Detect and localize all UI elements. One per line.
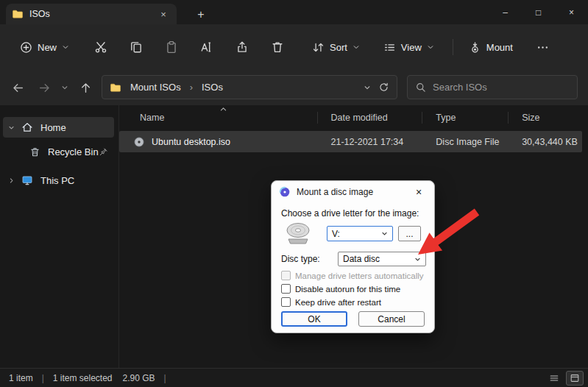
column-header-size[interactable]: Size	[509, 112, 582, 124]
sidebar-item-label: Recycle Bin	[48, 146, 99, 157]
forward-button[interactable]	[32, 76, 56, 99]
folder-icon	[110, 82, 121, 93]
refresh-icon	[378, 82, 389, 93]
sidebar-item-recycle-bin[interactable]: Recycle Bin	[3, 141, 114, 162]
drive-letter-label: Choose a drive letter for the image:	[281, 208, 419, 219]
search-input[interactable]	[433, 82, 570, 93]
checkbox-box[interactable]	[281, 284, 291, 294]
file-type: Disc Image File	[422, 137, 509, 147]
more-options-button[interactable]	[530, 34, 556, 60]
rename-button[interactable]	[194, 34, 220, 60]
breadcrumb-isos[interactable]: ISOs	[199, 80, 226, 94]
column-headers: Name Date modified Type Size	[119, 108, 582, 127]
selection-count: 1 item selected	[53, 373, 113, 383]
tab-close-button[interactable]: ×	[156, 7, 171, 21]
trash-icon	[271, 40, 284, 54]
chevron-down-icon[interactable]	[3, 124, 19, 131]
list-view-toggle[interactable]	[545, 371, 563, 386]
mount-icon	[469, 41, 481, 54]
paste-icon	[165, 40, 178, 54]
file-date-modified: 21-12-2021 17:34	[318, 137, 423, 147]
disc-type-combobox[interactable]: Data disc	[338, 252, 426, 266]
disc-type-value: Data disc	[343, 254, 380, 264]
new-button-label: New	[38, 42, 57, 53]
share-button[interactable]	[229, 34, 255, 60]
address-dropdown-button[interactable]	[364, 84, 371, 91]
column-header-type[interactable]: Type	[422, 112, 509, 124]
breadcrumb-separator: ›	[190, 82, 193, 93]
browse-button[interactable]: ...	[398, 226, 421, 241]
checkbox-label: Manage drive letters automatically	[295, 271, 424, 280]
disc-drive-icon	[283, 221, 313, 246]
file-name: Ubuntu desktop.iso	[152, 137, 230, 147]
mount-button[interactable]: Mount	[461, 34, 521, 60]
arrow-right-icon	[38, 82, 51, 94]
maximize-button[interactable]: □	[522, 0, 555, 24]
view-button[interactable]: View	[375, 34, 442, 60]
cut-button[interactable]	[88, 34, 114, 60]
breadcrumb-mount-isos[interactable]: Mount ISOs	[127, 80, 184, 94]
plus-circle-icon	[20, 41, 32, 54]
details-view-toggle[interactable]	[566, 371, 584, 386]
up-button[interactable]	[74, 76, 97, 99]
titlebar: ISOs × + – □ ×	[0, 0, 588, 24]
checkbox-manage-drive-letters: Manage drive letters automatically	[281, 271, 424, 280]
checkbox-disable-autorun[interactable]: Disable autorun for this time	[281, 284, 400, 294]
tab-title: ISOs	[29, 9, 150, 19]
chevron-right-icon[interactable]	[3, 177, 19, 184]
sort-button[interactable]: Sort	[304, 34, 368, 60]
refresh-button[interactable]	[378, 82, 389, 93]
mount-disc-image-dialog: Mount a disc image × Choose a drive lett…	[271, 180, 435, 333]
dialog-close-button[interactable]: ×	[411, 184, 427, 200]
monitor-icon	[19, 174, 35, 186]
disc-type-label: Disc type:	[281, 254, 320, 264]
sort-icon	[312, 41, 325, 54]
ok-button[interactable]: OK	[281, 311, 347, 327]
status-divider: |	[164, 373, 166, 383]
back-button[interactable]	[6, 76, 29, 99]
sidebar: Home Recycle Bin This PC	[0, 105, 119, 368]
paste-button[interactable]	[158, 34, 185, 60]
chevron-down-icon	[353, 43, 360, 51]
delete-button[interactable]	[264, 34, 291, 60]
close-button[interactable]: ×	[555, 0, 588, 24]
address-bar[interactable]: Mount ISOs › ISOs	[102, 75, 397, 99]
tab-isos[interactable]: ISOs ×	[6, 4, 177, 24]
disc-image-icon	[133, 136, 145, 148]
minimize-button[interactable]: –	[489, 0, 522, 24]
sidebar-item-this-pc[interactable]: This PC	[3, 170, 114, 191]
copy-button[interactable]	[123, 34, 149, 60]
chevron-down-icon	[414, 256, 421, 263]
arrow-up-icon	[79, 82, 92, 94]
sort-button-label: Sort	[330, 42, 347, 53]
item-count: 1 item	[9, 373, 33, 383]
home-icon	[19, 121, 35, 133]
new-tab-button[interactable]: +	[192, 6, 210, 24]
checkbox-box[interactable]	[281, 297, 291, 307]
chevron-down-icon	[62, 43, 69, 51]
address-row: Mount ISOs › ISOs	[0, 70, 588, 105]
mount-dialog-icon	[279, 186, 291, 198]
chevron-down-icon	[427, 43, 434, 51]
checkbox-box	[281, 271, 291, 280]
checkbox-keep-drive[interactable]: Keep drive after restart	[281, 297, 381, 307]
search-icon	[415, 82, 426, 93]
search-box[interactable]	[407, 75, 578, 99]
cancel-button[interactable]: Cancel	[358, 311, 425, 327]
drive-letter-combobox[interactable]: V:	[327, 226, 393, 241]
history-dropdown-button[interactable]	[56, 76, 74, 99]
folder-icon	[12, 8, 24, 20]
view-icon	[383, 41, 396, 54]
sidebar-item-home[interactable]: Home	[3, 117, 114, 138]
table-row[interactable]: Ubuntu desktop.iso 21-12-2021 17:34 Disc…	[119, 131, 582, 152]
dialog-title: Mount a disc image	[297, 187, 373, 197]
view-toggles	[545, 371, 584, 386]
new-button[interactable]: New	[12, 34, 77, 60]
column-header-name[interactable]: Name	[119, 112, 318, 124]
selection-size: 2.90 GB	[123, 373, 155, 383]
pin-icon	[99, 147, 108, 157]
file-explorer-window: ISOs × + – □ × New	[0, 0, 588, 387]
arrow-left-icon	[12, 82, 24, 94]
column-header-date-modified[interactable]: Date modified	[318, 112, 423, 124]
recycle-bin-icon	[26, 146, 43, 157]
